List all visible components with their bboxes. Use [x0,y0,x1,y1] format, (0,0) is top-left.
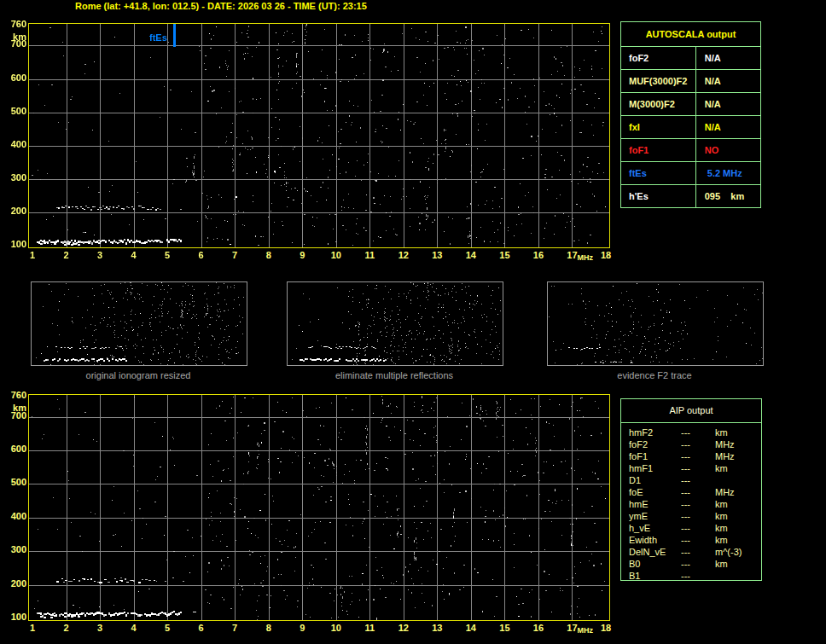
y-tick-label: 300 [0,172,26,183]
aip-unit: km [715,498,761,510]
aip-unit: MHz [715,438,761,450]
x-tick-label: 18 [601,623,611,633]
autoscala-param: h'Es [621,185,696,208]
y-tick-label: 500 [0,477,26,487]
aip-table-body: hmF2---kmfoF2---MHzfoF1---MHzhmF1---kmD1… [621,423,761,582]
aip-param: foE [629,486,681,498]
ftes-marker-line [173,24,176,47]
aip-value: --- [681,534,715,546]
x-tick-label: 9 [300,250,305,260]
aip-value: --- [681,510,715,522]
x-tick-label: 15 [499,250,509,260]
autoscala-row: h'Es095 km [621,185,761,208]
aip-unit: km [715,510,761,522]
aip-row: DelN_vE---m^(-3) [621,546,761,558]
x-tick-label: 3 [97,250,102,260]
aip-value: --- [681,522,715,534]
top-ionogram-plot: ftEs [28,23,610,248]
x-tick-label: 16 [533,623,544,633]
aip-param: B1 [629,570,681,582]
x-tick-label: 15 [499,623,509,633]
x-tick-label: 1 [30,250,35,260]
autoscala-value: N/A [695,93,760,116]
x-tick-label: 7 [232,250,237,260]
aip-param: ymE [629,510,681,522]
aip-param: h_vE [629,522,681,534]
x-tick-label: 6 [199,623,204,633]
y-axis-unit: km [0,403,26,413]
autoscala-param: ftEs [621,162,696,185]
autoscala-row: M(3000)F2N/A [621,93,761,116]
aip-row: foE---MHz [621,486,761,498]
x-axis-unit: MHz [577,626,593,635]
x-tick-label: 13 [432,623,442,633]
aip-param: hmF2 [629,426,681,438]
aip-row: D1--- [621,474,761,486]
aip-row: foF2---MHz [621,438,761,450]
autoscala-row: MUF(3000)F2N/A [621,70,761,93]
aip-unit [715,570,761,582]
x-tick-label: 5 [165,623,170,633]
autoscala-value: NO [695,139,760,162]
x-tick-label: 14 [466,623,476,633]
autoscala-param: foF1 [621,139,696,162]
autoscala-param: foF2 [621,47,696,70]
autoscala-value: N/A [695,47,760,70]
x-tick-label: 11 [364,250,375,260]
aip-unit: km [715,522,761,534]
autoscala-param: M(3000)F2 [621,93,696,116]
x-tick-label: 7 [232,623,237,633]
ftes-marker-label: ftEs [149,32,167,43]
autoscala-row: ftEs 5.2 MHz [621,162,761,185]
thumbnail-original-canvas [32,282,247,365]
aip-row: B1--- [621,570,761,582]
x-tick-label: 2 [63,623,68,633]
autoscala-value: N/A [695,116,760,139]
aip-row: ymE---km [621,510,761,522]
aip-unit [715,474,761,486]
aip-unit: MHz [715,450,761,462]
y-tick-label: 600 [0,444,26,454]
aip-unit: MHz [715,486,761,498]
aip-param: foF1 [629,450,681,462]
aip-value: --- [681,450,715,462]
aip-param: hmE [629,498,681,510]
aip-value: --- [681,498,715,510]
x-tick-label: 8 [266,623,271,633]
x-tick-label: 11 [364,623,375,633]
x-axis-unit: MHz [577,253,593,262]
y-tick-label: 500 [0,106,26,116]
thumbnail-f2-caption: evidence F2 trace [546,370,763,380]
y-tick-label: 760 [0,390,26,400]
autoscala-row: foF2N/A [621,47,761,70]
aip-param: B0 [629,558,681,570]
thumbnail-f2-canvas [548,282,763,365]
aip-unit: km [715,534,761,546]
autoscala-row: fxIN/A [621,116,761,139]
x-tick-label: 5 [165,250,170,260]
thumbnail-original-caption: original ionogram resized [30,370,247,380]
thumbnail-eliminate-reflections [287,281,503,366]
y-tick-label: 100 [0,239,26,249]
aip-output-table: AIP output hmF2---kmfoF2---MHzfoF1---MHz… [620,398,762,581]
x-tick-label: 3 [97,623,102,633]
autoscala-param: fxI [621,116,696,139]
x-tick-label: 6 [199,250,204,260]
aip-param: foF2 [629,438,681,450]
y-tick-label: 300 [0,544,26,554]
y-tick-label: 200 [0,206,26,216]
aip-row: h_vE---km [621,522,761,534]
y-axis-unit: km [0,32,26,42]
autoscala-row: foF1NO [621,139,761,162]
thumbnail-f2-trace [547,281,764,366]
autoscala-value: 095 km [695,185,760,208]
x-tick-label: 4 [131,250,137,260]
aip-row: hmE---km [621,498,761,510]
aip-row: hmF2---km [621,426,761,438]
autoscala-table-header: AUTOSCALA output [621,22,761,47]
station-title: Rome (lat: +41.8, lon: 012.5) - DATE: 20… [75,1,367,11]
x-tick-label: 10 [331,623,341,633]
aip-table-title: AIP output [621,399,761,423]
y-tick-label: 100 [0,612,26,622]
aip-value: --- [681,486,715,498]
